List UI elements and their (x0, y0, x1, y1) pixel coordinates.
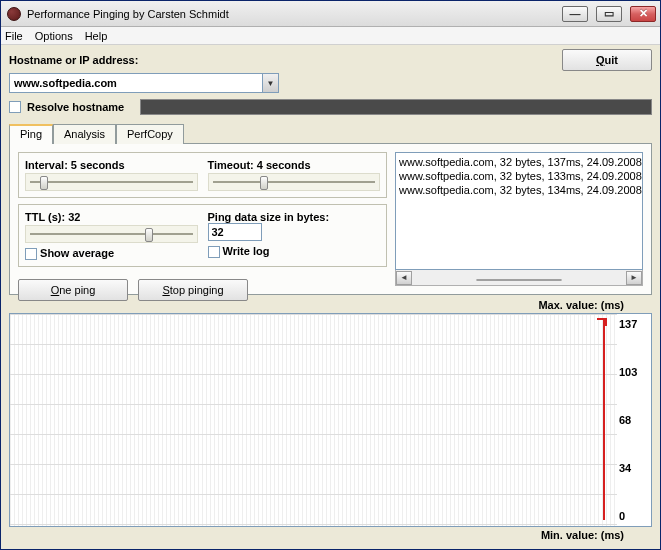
write-log-checkbox[interactable] (208, 246, 220, 258)
ttl-label: TTL (s): (25, 211, 65, 223)
hostname-label: Hostname or IP address: (9, 54, 138, 66)
results-hscrollbar[interactable]: ◄ ► (395, 270, 643, 286)
datasize-label: Ping data size in bytes: (208, 211, 330, 223)
one-ping-button[interactable]: One ping (18, 279, 128, 301)
datasize-input[interactable] (208, 223, 262, 241)
list-item: www.softpedia.com, 32 bytes, 133ms, 24.0… (399, 169, 639, 183)
ttl-slider[interactable] (25, 225, 198, 243)
max-value-label: Max. value: (ms) (9, 299, 652, 311)
ping-chart (10, 314, 617, 526)
maximize-button[interactable]: ▭ (596, 6, 622, 22)
scroll-right-icon[interactable]: ► (626, 271, 642, 285)
list-item: www.softpedia.com, 32 bytes, 134ms, 24.0… (399, 183, 639, 197)
menubar: File Options Help (1, 27, 660, 45)
resolve-checkbox[interactable] (9, 101, 21, 113)
timeout-slider[interactable] (208, 173, 381, 191)
chart-area: 137 103 68 34 0 (9, 313, 652, 527)
ytick: 137 (619, 318, 649, 330)
stop-pinging-button[interactable]: Stop pinging (138, 279, 248, 301)
scroll-thumb[interactable] (476, 279, 562, 281)
list-item: www.softpedia.com, 32 bytes, 137ms, 24.0… (399, 155, 639, 169)
min-value-label: Min. value: (ms) (9, 529, 652, 541)
quit-label: Q (596, 54, 605, 66)
scroll-left-icon[interactable]: ◄ (396, 271, 412, 285)
ping-panel: Interval: 5 seconds Timeout: 4 seconds T… (9, 143, 652, 295)
menu-file[interactable]: File (5, 30, 23, 42)
ytick: 103 (619, 366, 649, 378)
close-button[interactable]: ✕ (630, 6, 656, 22)
chart-yaxis: 137 103 68 34 0 (617, 314, 651, 526)
menu-help[interactable]: Help (85, 30, 108, 42)
tabs: Ping Analysis PerfCopy (9, 123, 652, 143)
interval-label: Interval: (25, 159, 68, 171)
minimize-button[interactable]: — (562, 6, 588, 22)
ttl-value: 32 (68, 211, 130, 223)
ytick: 68 (619, 414, 649, 426)
ytick: 34 (619, 462, 649, 474)
interval-slider[interactable] (25, 173, 198, 191)
chart-line (603, 320, 605, 520)
chart-wrap: Max. value: (ms) 137 103 68 34 0 Min. va… (9, 299, 652, 541)
resolve-label: Resolve hostname (27, 101, 124, 113)
menu-options[interactable]: Options (35, 30, 73, 42)
results-pane: www.softpedia.com, 32 bytes, 137ms, 24.0… (395, 152, 643, 286)
hostname-dropdown-icon[interactable]: ▼ (262, 74, 278, 92)
hostname-input[interactable] (10, 74, 262, 92)
quit-button[interactable]: Quit (562, 49, 652, 71)
tab-analysis[interactable]: Analysis (53, 124, 116, 144)
results-list[interactable]: www.softpedia.com, 32 bytes, 137ms, 24.0… (395, 152, 643, 270)
ytick: 0 (619, 510, 649, 522)
hostname-combo[interactable]: ▼ (9, 73, 279, 93)
app-icon (7, 7, 21, 21)
app-window: Performance Pinging by Carsten Schmidt —… (0, 0, 661, 550)
client-area: Hostname or IP address: Quit ▼ Resolve h… (1, 45, 660, 549)
timeout-value: 4 seconds (257, 159, 319, 171)
show-average-checkbox[interactable] (25, 248, 37, 260)
show-average-label: Show average (40, 247, 114, 259)
window-title: Performance Pinging by Carsten Schmidt (27, 8, 554, 20)
titlebar: Performance Pinging by Carsten Schmidt —… (1, 1, 660, 27)
timeout-label: Timeout: (208, 159, 254, 171)
write-log-label: Write log (223, 245, 270, 257)
tab-perfcopy[interactable]: PerfCopy (116, 124, 184, 144)
interval-value: 5 seconds (71, 159, 133, 171)
progress-bar (140, 99, 652, 115)
tab-ping[interactable]: Ping (9, 124, 53, 144)
